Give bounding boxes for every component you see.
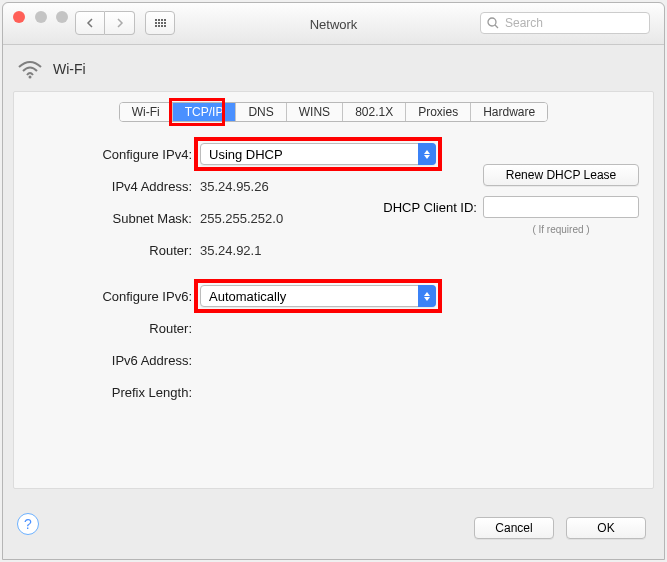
search-icon xyxy=(487,17,499,29)
tab-proxies[interactable]: Proxies xyxy=(406,103,471,121)
search-input[interactable]: Search xyxy=(480,12,650,34)
value-router: 35.24.92.1 xyxy=(200,243,261,258)
label-router: Router: xyxy=(20,243,200,258)
label-config-ipv6: Configure IPv6: xyxy=(20,289,200,304)
svg-point-0 xyxy=(488,18,496,26)
tab-wifi[interactable]: Wi-Fi xyxy=(120,103,173,121)
label-dhcp-client-id: DHCP Client ID: xyxy=(383,200,477,215)
value-subnet: 255.255.252.0 xyxy=(200,211,283,226)
config-ipv4-value: Using DHCP xyxy=(200,143,436,165)
tab-tcpip[interactable]: TCP/IP xyxy=(173,103,237,121)
renew-dhcp-button[interactable]: Renew DHCP Lease xyxy=(483,164,639,186)
search-placeholder: Search xyxy=(505,16,543,30)
label-ipv6-address: IPv6 Address: xyxy=(20,353,200,368)
if-required-hint: ( If required ) xyxy=(483,224,639,235)
stepper-icon xyxy=(418,143,436,165)
preferences-window: Network Search Wi-Fi Wi-Fi TCP/IP DNS WI… xyxy=(2,2,665,560)
content-panel: Wi-Fi TCP/IP DNS WINS 802.1X Proxies Har… xyxy=(13,91,654,489)
wifi-icon xyxy=(17,59,43,79)
interface-name: Wi-Fi xyxy=(53,61,86,77)
config-ipv4-select[interactable]: Using DHCP xyxy=(200,143,436,165)
help-button[interactable]: ? xyxy=(17,513,39,535)
tab-8021x[interactable]: 802.1X xyxy=(343,103,406,121)
config-ipv6-value: Automatically xyxy=(200,285,436,307)
svg-line-1 xyxy=(495,25,498,28)
label-router6: Router: xyxy=(20,321,200,336)
label-subnet: Subnet Mask: xyxy=(20,211,200,226)
stepper-icon xyxy=(418,285,436,307)
help-icon: ? xyxy=(24,516,32,532)
value-ipv4-address: 35.24.95.26 xyxy=(200,179,269,194)
footer: ? Cancel OK xyxy=(3,489,664,559)
svg-point-2 xyxy=(29,76,32,79)
tab-segment: Wi-Fi TCP/IP DNS WINS 802.1X Proxies Har… xyxy=(119,102,548,122)
config-ipv6-select[interactable]: Automatically xyxy=(200,285,436,307)
highlight-config-ipv6: Automatically xyxy=(194,279,442,313)
dhcp-client-id-input[interactable] xyxy=(483,196,639,218)
tab-wins[interactable]: WINS xyxy=(287,103,343,121)
ok-button[interactable]: OK xyxy=(566,517,646,539)
tab-hardware[interactable]: Hardware xyxy=(471,103,547,121)
highlight-config-ipv4: Using DHCP xyxy=(194,137,442,171)
titlebar: Network Search xyxy=(3,3,664,45)
cancel-button[interactable]: Cancel xyxy=(474,517,554,539)
label-ipv4-address: IPv4 Address: xyxy=(20,179,200,194)
label-prefix: Prefix Length: xyxy=(20,385,200,400)
tab-dns[interactable]: DNS xyxy=(236,103,286,121)
label-config-ipv4: Configure IPv4: xyxy=(20,147,200,162)
interface-header: Wi-Fi xyxy=(3,45,664,87)
tab-bar: Wi-Fi TCP/IP DNS WINS 802.1X Proxies Har… xyxy=(14,102,653,122)
